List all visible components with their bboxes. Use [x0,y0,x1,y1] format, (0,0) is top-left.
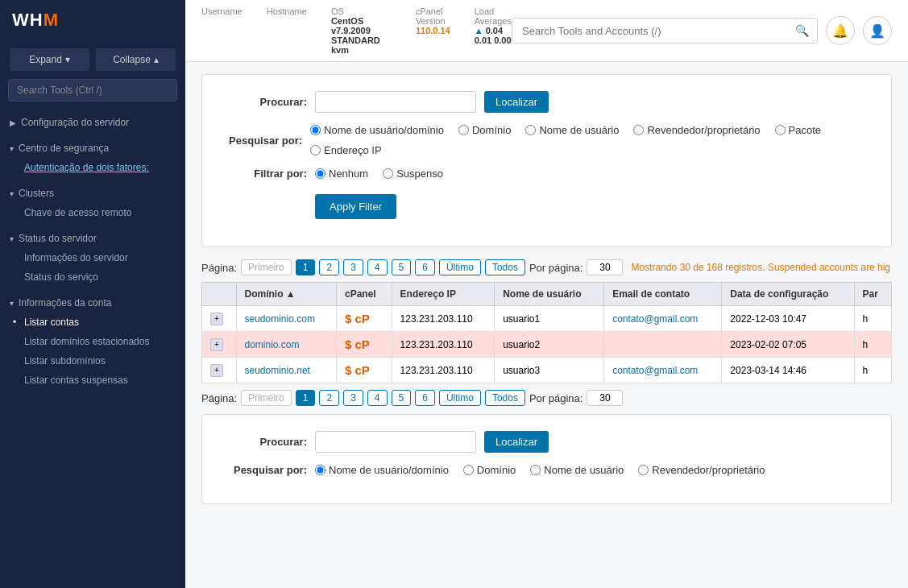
page-5-top[interactable]: 5 [392,259,412,275]
sidebar-item-list-parked[interactable]: Listar domínios estacionados [10,332,176,351]
row1-expand-button[interactable]: + [210,313,223,325]
page-3-bottom[interactable]: 3 [343,390,363,406]
page-3-top[interactable]: 3 [343,259,363,275]
sidebar-item-list-suspended[interactable]: Listar contas suspensas [10,371,176,390]
row3-email-link[interactable]: contato@gmail.com [612,365,698,376]
load-avg-info: Load Averages ▲ 0.04 0.01 0.00 [475,6,512,55]
radio-domain[interactable]: Domínio [458,124,511,136]
row3-cpanel-icon[interactable]: $ cP [345,363,370,377]
row2-domain-link[interactable]: dominio.com [245,339,300,350]
page-4-bottom[interactable]: 4 [367,390,388,406]
sidebar-item-two-factor-auth[interactable]: Autenticação de dois fatores: [10,158,176,177]
two-factor-auth-link[interactable]: Autenticação de dois fatores: [24,162,149,173]
table-body: + seudominio.com $ cP 123.231.203.110 us… [202,306,892,383]
radio-reseller-2[interactable]: Revendedor/proprietário [638,464,765,476]
sidebar-section-header-security[interactable]: ▾ Centro de segurança [10,139,176,158]
user-menu-button[interactable]: 👤 [863,16,892,45]
radio-reseller[interactable]: Revendedor/proprietário [633,124,760,136]
localizar-button-2[interactable]: Localizar [484,431,549,453]
sidebar-section-server-config: ▶ Configuração do servidor [0,108,185,134]
th-domain[interactable]: Domínio ▲ [236,283,336,306]
row3-expand-button[interactable]: + [210,364,223,377]
radio-username-label: Nome de usuário [539,124,619,136]
radio-user-domain-input[interactable] [310,125,321,135]
radio-suspended-input[interactable] [383,168,393,179]
page-4-top[interactable]: 4 [367,259,388,275]
row1-email-link[interactable]: contato@gmail.com [612,313,698,325]
notifications-button[interactable]: 🔔 [826,16,855,45]
sidebar-item-service-status[interactable]: Status do serviço [10,267,176,287]
radio-domain-input-2[interactable] [463,465,474,475]
radio-domain-input[interactable] [458,125,469,135]
th-created-label: Data de configuração [730,288,828,300]
radio-reseller-input[interactable] [633,125,644,135]
radio-package[interactable]: Pacote [775,124,821,136]
radio-none[interactable]: Nenhum [315,168,368,180]
sidebar-item-list-subdomains[interactable]: Listar subdomínios [10,351,176,371]
page-5-bottom[interactable]: 5 [392,390,412,406]
localizar-button[interactable]: Localizar [484,91,549,113]
expand-label: Expand [29,54,62,65]
global-search-button[interactable]: 🔍 [787,19,817,43]
radio-suspended[interactable]: Suspenso [383,168,443,180]
page-last-top[interactable]: Último [439,259,481,275]
global-search-input[interactable] [512,19,787,43]
search-input-2[interactable] [315,431,476,453]
page-first-top[interactable]: Primeiro [241,259,292,275]
radio-username[interactable]: Nome de usuário [525,124,619,136]
search-input[interactable] [315,91,476,113]
radio-username-input[interactable] [525,125,536,135]
row2-cpanel-icon[interactable]: $ cP [345,337,370,351]
radio-user-domain-input-2[interactable] [315,465,325,475]
page-all-bottom[interactable]: Todos [485,390,525,406]
radio-username-2[interactable]: Nome de usuário [530,464,624,476]
sidebar-section-header-clusters[interactable]: ▾ Clusters [10,184,176,203]
sidebar-section-header-server-status[interactable]: ▾ Status do servidor [10,229,176,248]
row1-domain-link[interactable]: seudominio.com [245,313,315,325]
row3-ip: 123.231.203.110 [400,365,473,376]
apply-filter-button[interactable]: Apply Filter [315,194,396,219]
page-2-bottom[interactable]: 2 [319,390,339,406]
page-1-bottom[interactable]: 1 [296,390,316,406]
sidebar-search-input[interactable] [8,79,177,101]
sidebar-section-header-account-info[interactable]: ▾ Informações da conta [10,293,176,313]
radio-user-domain-2[interactable]: Nome de usuário/domínio [315,464,449,476]
page-2-top[interactable]: 2 [319,259,339,275]
page-all-top[interactable]: Todos [485,259,525,275]
filter-panel-2: Procurar: Localizar Pesquisar por: Nome … [201,414,892,504]
radio-domain-2[interactable]: Domínio [463,464,516,476]
list-accounts-label: Listar contas [24,317,79,328]
collapse-button[interactable]: Collapse ▴ [96,48,176,71]
sidebar-section-clusters: ▾ Clusters Chave de acesso remoto [0,179,185,224]
per-page-input-top[interactable] [587,259,623,275]
page-first-bottom[interactable]: Primeiro [241,390,292,406]
page-6-bottom[interactable]: 6 [415,390,435,406]
sidebar-item-remote-key[interactable]: Chave de acesso remoto [10,203,176,222]
radio-ip[interactable]: Endereço IP [310,144,382,156]
search-label: Procurar: [218,96,307,108]
row1-partial: h [863,313,869,325]
row1-cpanel-icon[interactable]: $ cP [345,312,370,325]
radio-package-input[interactable] [775,125,786,135]
per-page-input-bottom[interactable] [587,390,623,406]
page-last-bottom[interactable]: Último [439,390,481,406]
row3-username-cell: usuario3 [495,358,604,383]
row2-expand-button[interactable]: + [210,338,223,351]
sidebar-item-server-info[interactable]: Informações do servidor [10,248,176,267]
row3-created-cell: 2023-03-14 14:46 [722,358,854,383]
row3-domain-link[interactable]: seudominio.net [245,365,310,376]
chevron-down-icon-3: ▾ [10,234,14,243]
chevron-right-icon: ▶ [10,118,16,127]
radio-none-input[interactable] [315,168,325,179]
radio-username-input-2[interactable] [530,465,541,475]
sidebar-section-header-server-config[interactable]: ▶ Configuração do servidor [10,113,176,132]
radio-user-domain[interactable]: Nome de usuário/domínio [310,124,444,136]
expand-button[interactable]: Expand ▾ [10,48,89,71]
page-6-top[interactable]: 6 [415,259,435,275]
radio-reseller-input-2[interactable] [638,465,649,475]
page-1-top[interactable]: 1 [296,259,316,275]
sidebar-item-list-accounts[interactable]: Listar contas [10,313,176,332]
search-by-options-2: Nome de usuário/domínio Domínio Nome de … [315,464,765,476]
cpanel-version-value: 110.0.14 [416,26,450,35]
radio-ip-input[interactable] [310,145,321,155]
